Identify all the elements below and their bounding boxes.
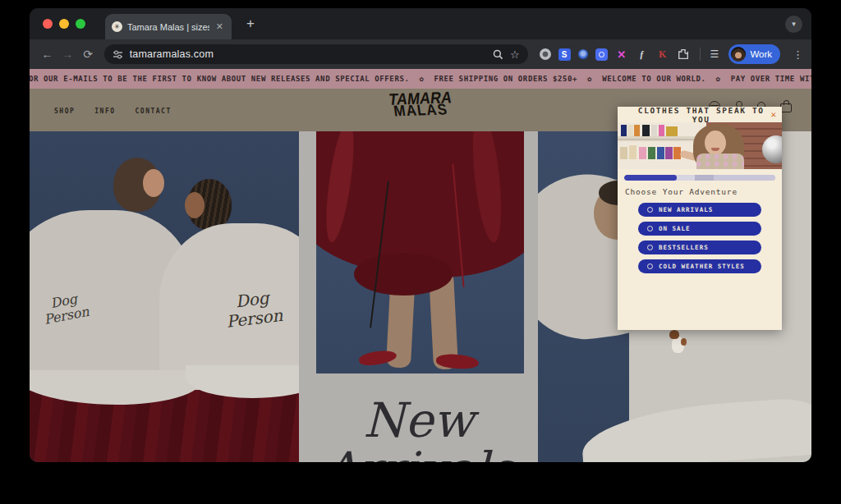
browser-menu-icon[interactable]: ⋮ [793, 48, 803, 61]
woman-face [705, 131, 726, 155]
browser-tab[interactable]: ✳ Tamara Malas | sizes 0-36 ✕ [105, 14, 232, 39]
popup-title: CLOTHES THAT SPEAK TO YOU [623, 106, 770, 124]
progress-segment-light [677, 175, 695, 181]
extension-x-icon[interactable]: ✕ [615, 48, 628, 61]
person-head-left [113, 158, 161, 212]
radio-icon [647, 226, 653, 231]
site-settings-icon[interactable] [113, 49, 123, 60]
popup-header: CLOTHES THAT SPEAK TO YOU ✕ [618, 107, 782, 122]
traffic-lights [43, 19, 85, 29]
maximize-window-button[interactable] [76, 19, 85, 29]
profile-button[interactable]: Work [728, 44, 780, 64]
close-window-button[interactable] [43, 19, 53, 29]
book-stack [666, 126, 678, 136]
tab-search-button[interactable]: ▾ [785, 16, 802, 33]
nav-contact[interactable]: CONTACT [136, 108, 172, 115]
red-velvet-dress-fold [354, 253, 453, 296]
tab-close-icon[interactable]: ✕ [214, 21, 225, 32]
quiz-popup: CLOTHES THAT SPEAK TO YOU ✕ [618, 107, 782, 330]
quiz-options: NEW ARRIVALS ON SALE BESTSELLERS COLD WE… [618, 203, 782, 273]
book-spine [627, 125, 633, 136]
forward-button[interactable]: → [58, 44, 77, 64]
progress-fill [624, 175, 677, 181]
book-spine [642, 125, 650, 136]
option-on-sale[interactable]: ON SALE [638, 222, 761, 236]
new-arrivals-word2: Arrivals [299, 442, 538, 462]
shelf-item [620, 147, 627, 159]
back-button[interactable]: ← [38, 44, 57, 64]
hero-panel-middle[interactable]: New Arrivals [299, 131, 538, 462]
announcement-text: FOR OUR E-MAILS TO BE THE FIRST TO KNOW … [30, 75, 811, 83]
nav-info[interactable]: INFO [94, 108, 115, 115]
extension-dot-icon[interactable] [578, 49, 588, 59]
tab-favicon: ✳ [112, 21, 122, 32]
dog-embroidery [669, 330, 687, 355]
url-text[interactable]: tamaramalas.com [130, 48, 486, 60]
popup-photo [618, 122, 782, 169]
toolbar-separator [700, 48, 701, 61]
announcement-bar: FOR OUR E-MAILS TO BE THE FIRST TO KNOW … [30, 69, 811, 89]
hero-photo-left[interactable]: Dog Person Dog Person [30, 131, 299, 462]
bookmark-star-icon[interactable]: ☆ [510, 48, 520, 61]
radio-icon [647, 245, 653, 250]
option-new-arrivals[interactable]: NEW ARRIVALS [638, 203, 761, 217]
tab-title: Tamara Malas | sizes 0-36 [127, 22, 209, 32]
address-bar[interactable]: tamaramalas.com ☆ [104, 44, 528, 64]
avatar [731, 47, 746, 62]
shelf-item [665, 147, 673, 159]
reload-button[interactable]: ⟳ [79, 44, 98, 64]
new-tab-button[interactable]: + [241, 15, 260, 33]
book-spine [659, 125, 664, 136]
popup-close-icon[interactable]: ✕ [770, 109, 776, 120]
red-dress-photo [316, 131, 524, 373]
option-bestsellers[interactable]: BESTSELLERS [638, 241, 761, 254]
browser-toolbar: ← → ⟳ tamaramalas.com ☆ S ✕ ƒ K [30, 39, 811, 69]
reading-list-icon[interactable]: ☰ [710, 48, 719, 60]
progress-segment-mid [695, 175, 713, 181]
nav-shop[interactable]: SHOP [54, 108, 75, 115]
extension-s-icon[interactable]: S [558, 48, 571, 61]
floral-blouse [696, 153, 744, 169]
radio-icon [647, 207, 653, 213]
extensions-puzzle-icon[interactable] [677, 48, 690, 61]
book-spine [634, 125, 640, 136]
shelf-item [648, 147, 655, 159]
cart-bag-icon[interactable] [780, 103, 792, 112]
profile-label: Work [750, 49, 772, 59]
garment-ruffle [580, 396, 811, 462]
shelf-item [629, 145, 636, 159]
shelf-item [639, 147, 646, 159]
shelf-item [657, 147, 664, 159]
option-cold-weather[interactable]: COLD WEATHER STYLES [638, 259, 761, 273]
person-head-right [187, 179, 232, 230]
new-arrivals-word1: New [299, 392, 538, 448]
extension-camera-icon[interactable] [595, 48, 608, 61]
quiz-prompt: Choose Your Adventure [625, 187, 774, 196]
tab-strip: ✳ Tamara Malas | sizes 0-36 ✕ + ▾ [30, 8, 811, 39]
quiz-progress-bar [624, 175, 775, 181]
extension-dial-icon[interactable] [540, 48, 551, 60]
book-spine [651, 125, 657, 136]
radio-icon [647, 263, 653, 269]
book-spine [621, 125, 627, 136]
extension-font-icon[interactable]: ƒ [636, 48, 649, 61]
extension-klarna-icon[interactable]: K [656, 48, 669, 61]
main-nav: SHOP INFO CONTACT [54, 108, 172, 115]
logo-line2: MALAS [388, 103, 453, 118]
minimize-window-button[interactable] [59, 19, 69, 29]
browser-window: ✳ Tamara Malas | sizes 0-36 ✕ + ▾ ← → ⟳ … [30, 8, 811, 462]
embroidery-text-right: Dog Person [223, 287, 283, 332]
extensions-row: S ✕ ƒ K ☰ Work ⋮ [540, 44, 803, 64]
zoom-icon[interactable] [493, 49, 503, 60]
site-logo[interactable]: TAMARA MALAS [388, 92, 453, 117]
